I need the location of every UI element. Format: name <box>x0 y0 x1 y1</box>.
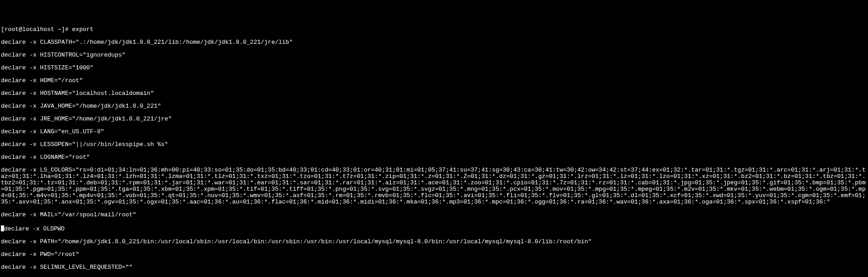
env-oldpwd-line: declare -x OLDPWD <box>1 225 867 232</box>
env-home: declare -x HOME="/root" <box>1 78 867 84</box>
env-ls-colors: declare -x LS_COLORS="rs=0:di=01;34:ln=0… <box>1 167 867 205</box>
env-selinux-level: declare -x SELINUX_LEVEL_REQUESTED="" <box>1 264 867 271</box>
env-histcontrol: declare -x HISTCONTROL="ignoredups" <box>1 52 867 58</box>
env-histsize: declare -x HISTSIZE="1000" <box>1 65 867 71</box>
env-mail: declare -x MAIL="/var/spool/mail/root" <box>1 212 867 218</box>
env-hostname: declare -x HOSTNAME="localhost.localdoma… <box>1 90 867 97</box>
env-classpath: declare -x CLASSPATH=".:/home/jdk/jdk1.8… <box>1 39 867 46</box>
prompt-line-export: [root@localhost ~]# export <box>1 26 867 33</box>
env-logname: declare -x LOGNAME="root" <box>1 154 867 161</box>
env-jre-home: declare -x JRE_HOME="/home/jdk/jdk1.8.0_… <box>1 116 867 122</box>
text-selection-mark <box>1 225 4 231</box>
env-pwd: declare -x PWD="/root" <box>1 251 867 258</box>
env-oldpwd: declare -x OLDPWD <box>4 225 65 232</box>
env-java-home: declare -x JAVA_HOME="/home/jdk/jdk1.8.0… <box>1 103 867 110</box>
env-lessopen: declare -x LESSOPEN="||/usr/bin/lesspipe… <box>1 141 867 148</box>
env-path: declare -x PATH="/home/jdk/jdk1.8.0_221/… <box>1 239 867 245</box>
env-lang: declare -x LANG="en_US.UTF-8" <box>1 129 867 135</box>
